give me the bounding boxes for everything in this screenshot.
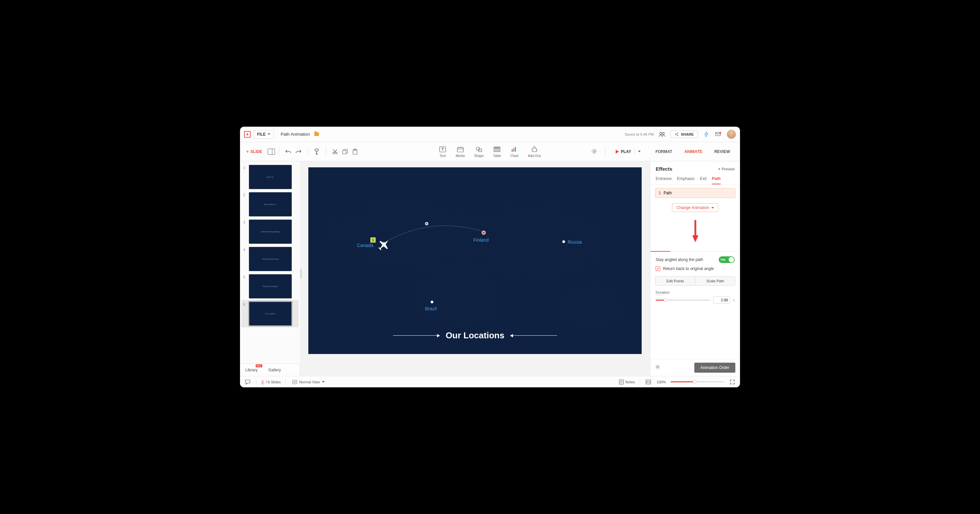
svg-point-4: [677, 135, 678, 136]
tab-review[interactable]: REVIEW: [708, 143, 736, 160]
library-tab[interactable]: Library New: [240, 364, 263, 376]
return-angle-checkbox[interactable]: [655, 266, 660, 271]
duration-slider[interactable]: [655, 300, 710, 301]
airplane-icon[interactable]: [377, 237, 391, 253]
location-canada: Canada: [357, 243, 373, 248]
edit-points-button[interactable]: Edit Points: [655, 277, 695, 285]
app-logo[interactable]: [244, 131, 251, 138]
divider: [307, 147, 308, 156]
current-slide-number[interactable]: 6: [261, 380, 264, 384]
animation-path[interactable]: [382, 222, 492, 249]
zoom-slider[interactable]: [671, 381, 724, 382]
slide-thumbnail-2[interactable]: About Zylker Inc.: [249, 192, 292, 216]
normal-view-icon: [292, 380, 297, 384]
share-button[interactable]: SHARE: [670, 130, 698, 138]
svg-point-3: [675, 134, 676, 135]
insert-table-button[interactable]: Table: [493, 146, 501, 158]
play-icon: [616, 150, 619, 154]
text-label: Text: [440, 154, 445, 158]
file-menu-button[interactable]: FILE: [253, 130, 274, 138]
fit-width-icon[interactable]: [645, 378, 652, 386]
panel-resize-handle[interactable]: [300, 269, 302, 278]
folder-icon[interactable]: [314, 132, 319, 136]
animation-order-button[interactable]: Animation Order: [694, 363, 735, 373]
slide-thumbnail-4[interactable]: Adwords Performance: [249, 247, 292, 271]
scale-path-button[interactable]: Scale Path: [695, 277, 735, 285]
play-label: PLAY: [621, 150, 632, 154]
svg-rect-16: [479, 149, 482, 152]
tab-entrance[interactable]: Entrance: [655, 174, 672, 185]
text-icon: [439, 146, 446, 153]
zoom-knob[interactable]: [693, 380, 697, 384]
chart-label: Chart: [510, 154, 518, 158]
thumb-number: 6: [243, 301, 247, 306]
addons-button[interactable]: Add-Ons: [528, 146, 541, 158]
divider: [634, 149, 635, 155]
thumb-number: 1: [243, 165, 247, 170]
chevron-down-icon: [711, 207, 714, 208]
user-avatar[interactable]: [727, 130, 736, 139]
tab-exit[interactable]: Exit: [700, 174, 707, 185]
tab-format[interactable]: FORMAT: [649, 143, 678, 160]
tab-animate[interactable]: ANIMATE: [678, 143, 708, 160]
svg-rect-19: [512, 150, 513, 152]
chevron-down-icon: [638, 151, 641, 152]
addons-icon: [531, 146, 538, 153]
notes-label: Notes: [625, 380, 635, 384]
animation-badge-1[interactable]: 1: [370, 237, 375, 243]
redo-icon[interactable]: [295, 148, 302, 155]
insert-text-button[interactable]: Text: [439, 146, 446, 158]
paste-icon[interactable]: [352, 148, 359, 155]
insert-chart-button[interactable]: Chart: [510, 146, 518, 158]
notification-icon[interactable]: [715, 130, 722, 138]
layout-button[interactable]: [268, 149, 275, 155]
plus-icon: +: [246, 149, 249, 155]
location-russia: Russia: [568, 239, 582, 245]
tab-emphasis[interactable]: Emphasis: [677, 174, 695, 185]
slide-thumbnail-5[interactable]: Roadshow Analytics: [249, 274, 292, 299]
notes-button[interactable]: Notes: [619, 379, 635, 385]
svg-point-2: [677, 133, 678, 134]
new-slide-label: SLIDE: [250, 150, 262, 154]
stay-angled-toggle[interactable]: Yes: [719, 256, 735, 263]
zoom-percent[interactable]: 100%: [657, 380, 666, 384]
library-label: Library: [245, 368, 258, 372]
cut-icon[interactable]: [331, 148, 339, 155]
insert-shape-button[interactable]: Shape: [474, 146, 484, 158]
view-selector[interactable]: Normal View: [290, 379, 326, 385]
fullscreen-icon[interactable]: [729, 378, 736, 386]
slide-thumbnail-6[interactable]: Our Locations: [249, 301, 292, 326]
change-animation-button[interactable]: Change Animation: [672, 203, 718, 212]
slide-thumbnail-3[interactable]: Zylker Marketing Strategy: [249, 219, 292, 244]
slide-thumbnail-1[interactable]: Zylker Inc.: [249, 165, 292, 189]
slide-canvas[interactable]: 1 Canada Finland Russia Brazil Our Locat…: [308, 167, 642, 354]
new-slide-button[interactable]: + SLIDE: [244, 147, 264, 156]
chevron-down-icon: [268, 133, 270, 135]
gallery-tab[interactable]: Gallery: [263, 364, 286, 376]
panel-settings-icon[interactable]: [655, 364, 662, 371]
duration-input[interactable]: [713, 296, 730, 304]
path-mid-node[interactable]: [425, 222, 428, 225]
animation-list-item[interactable]: 1 Path: [655, 188, 735, 198]
preview-button[interactable]: Preview: [719, 167, 735, 171]
effects-panel-title: Effects: [655, 166, 672, 172]
document-name[interactable]: Path Animation: [281, 132, 310, 137]
collaborators-icon[interactable]: [658, 130, 666, 138]
tab-path[interactable]: Path: [712, 174, 721, 185]
svg-point-9: [335, 152, 337, 154]
settings-icon[interactable]: [591, 148, 598, 155]
path-end-node[interactable]: [482, 231, 486, 235]
insert-media-button[interactable]: Media: [456, 146, 465, 158]
copy-icon[interactable]: [341, 148, 348, 155]
zoom-fill: [671, 381, 695, 382]
location-finland: Finland: [473, 237, 488, 243]
comments-icon[interactable]: [244, 378, 251, 386]
undo-icon[interactable]: [285, 148, 292, 155]
svg-rect-10: [343, 150, 346, 154]
thumb-number: 2: [243, 192, 247, 197]
lightning-icon[interactable]: [703, 130, 710, 138]
slider-knob[interactable]: [663, 298, 667, 302]
play-button[interactable]: PLAY: [613, 147, 644, 156]
format-painter-icon[interactable]: [313, 148, 320, 155]
svg-rect-18: [494, 147, 500, 148]
